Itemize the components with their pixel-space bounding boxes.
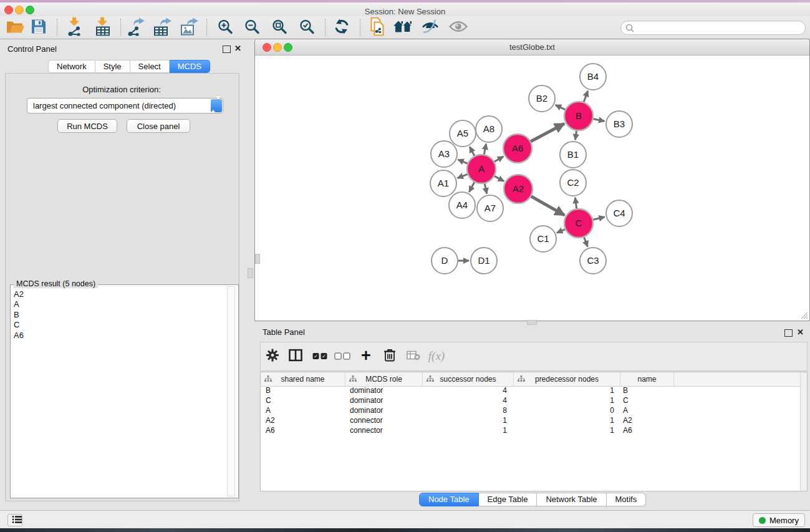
- control-panel-close-icon[interactable]: ✕: [234, 45, 241, 52]
- network-canvas[interactable]: B4B2BB3A5A8A6B1A3AA1C2A2A4A7C4CC1C3DD1: [255, 56, 809, 321]
- splitter-handle-left[interactable]: [248, 268, 253, 278]
- table-row[interactable]: A2connector11A2: [261, 416, 800, 426]
- tab-node-table[interactable]: Node Table: [419, 493, 479, 506]
- hide-selected-button[interactable]: [422, 19, 439, 36]
- table-cell[interactable]: dominator: [345, 406, 422, 416]
- split-columns-button[interactable]: [289, 349, 302, 364]
- mcds-result-item[interactable]: A: [14, 299, 24, 309]
- add-column-button[interactable]: +: [361, 349, 371, 363]
- table-row[interactable]: Cdominator41C: [261, 396, 800, 406]
- tab-style[interactable]: Style: [95, 60, 130, 73]
- export-table-button[interactable]: [153, 17, 172, 38]
- table-cell[interactable]: 0: [512, 406, 618, 416]
- table-cell[interactable]: dominator: [345, 396, 422, 406]
- open-file-button[interactable]: [6, 20, 25, 36]
- table-cell[interactable]: C: [618, 396, 671, 406]
- table-cell[interactable]: B: [618, 386, 671, 396]
- column-header-successor-nodes[interactable]: successor nodes: [423, 372, 514, 386]
- splitter-handle-bottom[interactable]: [527, 320, 537, 325]
- mcds-result-scrollbar[interactable]: [227, 286, 235, 496]
- table-panel-title: Table Panel: [263, 327, 305, 337]
- network-window-titlebar[interactable]: testGlobe.txt: [255, 39, 809, 56]
- table-cell[interactable]: A: [618, 406, 671, 416]
- table-settings-button[interactable]: [266, 349, 279, 364]
- table-cell[interactable]: connector: [345, 426, 422, 436]
- search-input[interactable]: [636, 22, 802, 34]
- table-cell[interactable]: 1: [512, 416, 618, 426]
- save-session-button[interactable]: [31, 19, 47, 37]
- table-cell[interactable]: A: [261, 406, 345, 416]
- zoom-out-button[interactable]: [244, 19, 260, 37]
- refresh-button[interactable]: [334, 19, 350, 36]
- show-all-button[interactable]: [449, 21, 468, 34]
- delete-columns-button[interactable]: [383, 349, 396, 364]
- zoom-in-button[interactable]: [217, 19, 233, 37]
- mcds-result-item[interactable]: A2: [14, 289, 24, 299]
- table-cell[interactable]: 1: [512, 386, 618, 396]
- mcds-result-item[interactable]: B: [14, 310, 24, 320]
- table-cell[interactable]: connector: [345, 416, 422, 426]
- function-builder-button[interactable]: f(x): [428, 349, 445, 363]
- desktop-background-bottom: [0, 528, 810, 532]
- table-cell[interactable]: A2: [618, 416, 671, 426]
- table-panel-float-icon[interactable]: [784, 329, 793, 337]
- memory-status-dot: [759, 517, 766, 524]
- column-header-mcds-role[interactable]: MCDS role: [345, 372, 423, 386]
- tab-edge-table[interactable]: Edge Table: [479, 493, 538, 506]
- table-cell[interactable]: 1: [512, 426, 618, 436]
- run-mcds-button[interactable]: Run MCDS: [57, 119, 117, 133]
- table-cell[interactable]: C: [261, 396, 345, 406]
- column-header-name[interactable]: name: [620, 372, 674, 386]
- deselect-columns-button[interactable]: [335, 353, 350, 360]
- memory-button[interactable]: Memory: [753, 513, 805, 527]
- eye-icon: [449, 21, 468, 32]
- delete-table-button[interactable]: [407, 351, 420, 362]
- mcds-result-item[interactable]: C: [14, 320, 24, 330]
- zoom-selected-button[interactable]: [299, 19, 315, 37]
- table-cell[interactable]: B: [261, 386, 345, 396]
- mcds-result-list: A2ABCA6: [14, 289, 24, 341]
- column-header-predecessor-nodes[interactable]: predecessor nodes: [514, 372, 620, 386]
- column-header-shared-name[interactable]: shared name: [261, 372, 345, 386]
- canvas-vscroll-thumb[interactable]: [255, 254, 260, 264]
- export-network-button[interactable]: [127, 17, 145, 38]
- table-cell[interactable]: 1: [422, 416, 512, 426]
- tab-motifs[interactable]: Motifs: [607, 493, 647, 506]
- unchecked-checkbox-icon: [344, 353, 350, 360]
- table-cell[interactable]: A6: [618, 426, 671, 436]
- import-table-button[interactable]: [95, 17, 111, 38]
- criterion-select[interactable]: largest connected component (directed): [27, 98, 223, 114]
- close-panel-button[interactable]: Close panel: [127, 119, 190, 133]
- tab-select[interactable]: Select: [130, 60, 170, 73]
- table-cell[interactable]: A2: [261, 416, 345, 426]
- resize-grip-icon[interactable]: [800, 311, 808, 319]
- table-cell[interactable]: 4: [422, 386, 512, 396]
- import-network-button[interactable]: [67, 17, 83, 38]
- table-row[interactable]: Adominator80A: [261, 406, 800, 416]
- export-network-icon: [127, 17, 145, 36]
- zoom-fit-button[interactable]: [271, 19, 287, 37]
- tab-network[interactable]: Network: [48, 60, 95, 73]
- table-row[interactable]: A6connector11A6: [261, 426, 800, 436]
- task-history-button[interactable]: [7, 514, 22, 526]
- select-all-columns-button[interactable]: ✓ ✓: [313, 353, 327, 359]
- table-cell[interactable]: 1: [512, 396, 618, 406]
- table-cell[interactable]: A6: [261, 426, 345, 436]
- table-cell[interactable]: dominator: [345, 386, 422, 396]
- home-views-button[interactable]: [393, 20, 413, 36]
- refresh-icon: [334, 19, 350, 34]
- network-graph[interactable]: B4B2BB3A5A8A6B1A3AA1C2A2A4A7C4CC1C3DD1: [255, 56, 808, 320]
- table-cell[interactable]: 4: [422, 396, 512, 406]
- table-scrollbar[interactable]: [800, 372, 807, 491]
- export-image-button[interactable]: [180, 17, 199, 38]
- export-table-icon: [153, 17, 172, 36]
- table-cell[interactable]: 1: [422, 426, 512, 436]
- mcds-result-item[interactable]: A6: [14, 331, 24, 341]
- table-panel-close-icon[interactable]: ✕: [797, 329, 804, 336]
- control-panel-float-icon[interactable]: [223, 46, 231, 53]
- tab-network-table[interactable]: Network Table: [537, 493, 606, 506]
- copy-network-button[interactable]: [369, 17, 386, 38]
- tab-mcds[interactable]: MCDS: [170, 60, 210, 73]
- table-cell[interactable]: 8: [422, 406, 512, 416]
- table-row[interactable]: Bdominator41B: [261, 386, 800, 396]
